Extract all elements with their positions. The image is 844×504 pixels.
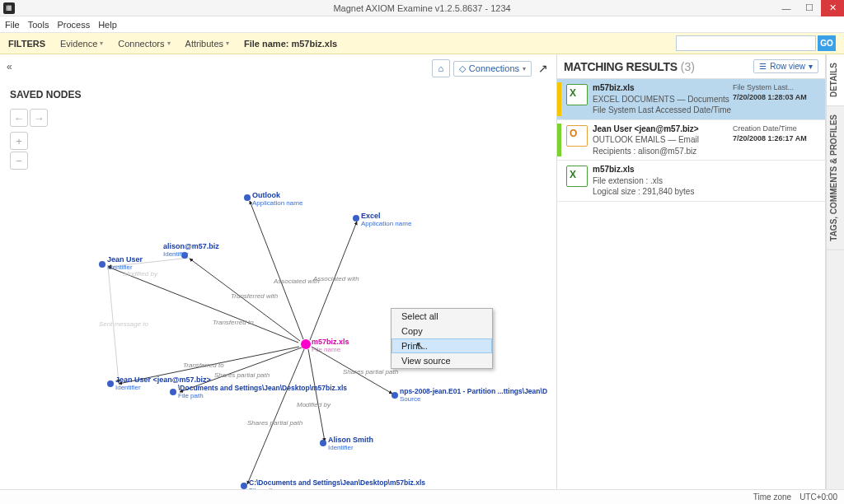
filter-evidence[interactable]: Evidence▾	[60, 39, 103, 49]
result-line2: File System Last Accessed Date/Time	[593, 105, 733, 116]
svg-line-16	[247, 349, 304, 484]
window-buttons: — ☐ ✕	[775, 0, 844, 16]
go-button[interactable]: GO	[818, 35, 836, 51]
close-button[interactable]: ✕	[821, 0, 844, 16]
minimize-button[interactable]: —	[775, 0, 798, 16]
filter-attributes[interactable]: Attributes▾	[185, 39, 229, 49]
result-title: m57biz.xls	[593, 164, 733, 175]
svg-text:Identifier: Identifier	[328, 444, 354, 451]
svg-point-43	[320, 440, 326, 446]
node-docset[interactable]: \Documents and Settings\Jean\Desktop\m57…	[170, 384, 347, 399]
svg-text:Identifier: Identifier	[163, 250, 189, 258]
svg-text:Modified by: Modified by	[124, 270, 158, 278]
svg-text:Jean User: Jean User	[107, 255, 143, 264]
node-cdoc[interactable]: C:\Documents and Settings\Jean\Desktop\m…	[241, 478, 425, 489]
results-header: MATCHING RESULTS (3) ☰ Row view ▾	[557, 54, 825, 79]
timezone-value: UTC+0:00	[799, 492, 837, 502]
chevron-down-icon: ▾	[167, 40, 171, 47]
result-title: Jean User <jean@m57.biz>	[593, 124, 733, 135]
svg-line-4	[190, 259, 300, 341]
chevron-down-icon: ▾	[809, 62, 813, 71]
excel-icon	[566, 166, 588, 187]
row-view-dropdown[interactable]: ☰ Row view ▾	[753, 59, 818, 73]
context-menu: Select all Copy Print... View source	[391, 308, 493, 369]
menu-process[interactable]: Process	[57, 20, 90, 30]
search-group: GO	[676, 35, 836, 51]
titlebar: ▦ Magnet AXIOM Examine v1.2.5.8637 - 123…	[0, 0, 844, 16]
main: « ⌂ ◇ Connections ▾ ↗ SAVED NODES ← → + …	[0, 54, 844, 489]
home-button[interactable]: ⌂	[432, 59, 450, 77]
node-alison[interactable]: alison@m57.bizIdentifier	[163, 242, 219, 259]
svg-text:Jean User <jean@m57.biz>: Jean User <jean@m57.biz>	[115, 376, 211, 384]
node-jeanuser[interactable]: Jean UserIdentifier	[99, 255, 143, 271]
connections-dropdown[interactable]: ◇ Connections ▾	[453, 61, 532, 77]
result-stripe	[557, 82, 561, 116]
popout-icon[interactable]: ↗	[535, 62, 551, 75]
svg-point-40	[392, 392, 398, 399]
svg-text:Application name: Application name	[252, 199, 303, 207]
ctx-view-source[interactable]: View source	[392, 353, 492, 368]
ctx-copy[interactable]: Copy	[392, 324, 492, 338]
svg-point-34	[107, 380, 114, 387]
filter-connectors[interactable]: Connectors▾	[118, 39, 170, 49]
chevron-down-icon: ▾	[226, 40, 229, 47]
result-item[interactable]: Jean User <jean@m57.biz> OUTLOOK EMAILS …	[557, 120, 825, 161]
svg-text:Outlook: Outlook	[252, 191, 281, 199]
chevron-down-icon: ▾	[523, 65, 526, 72]
graph-toolbar: ⌂ ◇ Connections ▾ ↗	[432, 59, 551, 77]
home-icon: ⌂	[438, 63, 444, 73]
svg-point-37	[170, 389, 176, 395]
svg-text:Shares partial path: Shares partial path	[214, 371, 270, 379]
node-excel[interactable]: ExcelApplication name	[353, 212, 412, 227]
results-title: MATCHING RESULTS	[564, 60, 678, 73]
svg-text:\Documents and Settings\Jean\D: \Documents and Settings\Jean\Desktop\m57…	[178, 384, 347, 392]
result-line1: EXCEL DOCUMENTS — Documents	[593, 94, 733, 105]
svg-text:Transferred with: Transferred with	[231, 292, 279, 300]
result-line2: Logical size : 291,840 bytes	[593, 186, 733, 198]
svg-text:Source: Source	[400, 395, 421, 403]
menu-tools[interactable]: Tools	[28, 20, 49, 30]
result-line2: Recipients : alison@m57.biz	[593, 146, 733, 157]
ctx-select-all[interactable]: Select all	[392, 309, 492, 324]
tab-details[interactable]: DETAILS	[827, 54, 844, 106]
result-meta-label: Creation Date/Time	[733, 124, 820, 133]
chevron-down-icon: ▾	[100, 40, 103, 47]
search-input[interactable]	[676, 35, 816, 51]
svg-text:Identifier: Identifier	[107, 264, 133, 271]
result-title: m57biz.xls	[593, 82, 733, 94]
filter-active[interactable]: File name: m57biz.xls	[244, 39, 337, 49]
filter-bar: FILTERS Evidence▾ Connectors▾ Attributes…	[0, 33, 844, 54]
tab-tags-comments-profiles[interactable]: TAGS, COMMENTS & PROFILES	[827, 106, 844, 250]
result-stripe	[557, 124, 561, 157]
menu-file[interactable]: File	[5, 20, 20, 30]
node-center-label: m57biz.xls	[312, 338, 349, 346]
node-outlook[interactable]: OutlookApplication name	[244, 191, 303, 207]
result-line1: OUTLOOK EMAILS — Email	[593, 134, 733, 146]
node-nps[interactable]: nps-2008-jean.E01 - Partition ...ttings\…	[392, 387, 547, 403]
svg-point-31	[99, 261, 106, 268]
svg-text:File path: File path	[249, 487, 274, 489]
results-count: (3)	[681, 60, 695, 73]
result-item[interactable]: m57biz.xls File extension : .xls Logical…	[557, 161, 825, 202]
filters-label: FILTERS	[8, 39, 45, 49]
result-item[interactable]: m57biz.xls EXCEL DOCUMENTS — Documents F…	[557, 79, 825, 120]
svg-text:C:\Documents and Settings\Jean: C:\Documents and Settings\Jean\Desktop\m…	[249, 478, 425, 487]
graph-pane: « ⌂ ◇ Connections ▾ ↗ SAVED NODES ← → + …	[0, 54, 557, 489]
svg-point-46	[241, 483, 247, 489]
node-alisonsmith[interactable]: Alison SmithIdentifier	[320, 436, 373, 451]
svg-text:Alison Smith: Alison Smith	[328, 436, 373, 444]
excel-icon	[566, 84, 588, 105]
svg-text:alison@m57.biz: alison@m57.biz	[163, 242, 219, 250]
svg-text:Identifier: Identifier	[115, 384, 141, 391]
svg-text:Transferred to: Transferred to	[213, 319, 254, 326]
ctx-print[interactable]: Print...	[392, 338, 492, 353]
menu-help[interactable]: Help	[98, 20, 117, 30]
svg-text:Shares partial path: Shares partial path	[247, 419, 303, 427]
node-center[interactable]	[301, 339, 311, 349]
maximize-button[interactable]: ☐	[798, 0, 821, 16]
side-tabs: DETAILS TAGS, COMMENTS & PROFILES	[826, 54, 844, 489]
connections-label: Connections	[469, 63, 519, 73]
svg-point-22	[244, 194, 251, 201]
graph-canvas[interactable]: m57biz.xls File name Associated with Ass…	[0, 54, 556, 489]
result-meta-value: 7/20/2008 1:28:03 AM	[733, 92, 820, 102]
